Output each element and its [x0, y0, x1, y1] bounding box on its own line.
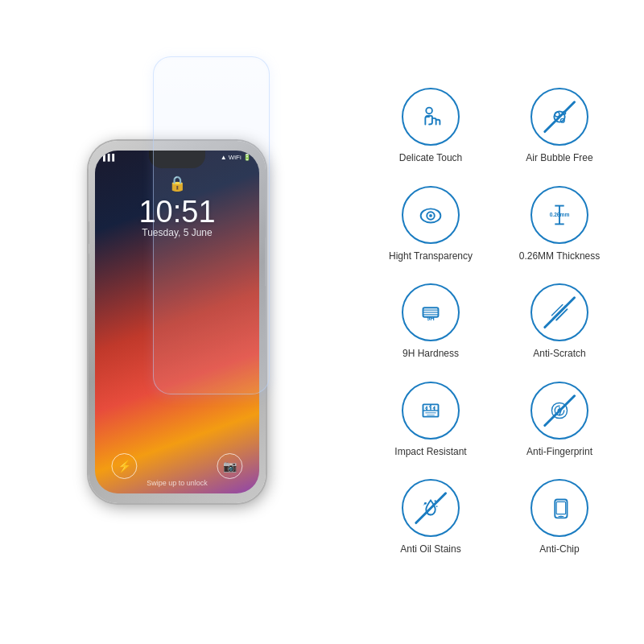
- svg-point-28: [436, 506, 438, 508]
- anti-oil-icon-wrapper: [402, 479, 460, 537]
- feature-anti-scratch: Anti-Scratch: [499, 277, 620, 367]
- anti-oil-label: Anti Oil Stains: [400, 543, 460, 556]
- delicate-touch-icon-wrapper: [402, 88, 460, 146]
- anti-chip-icon-wrapper: [530, 479, 588, 537]
- feature-air-bubble-free: Air Bubble Free: [499, 81, 620, 171]
- svg-point-0: [426, 108, 432, 114]
- feature-thickness: 0.26mm 0.26MM Thickness: [499, 180, 620, 270]
- high-transparency-label: Hight Transparency: [389, 250, 473, 263]
- thickness-svg: 0.26mm: [544, 200, 575, 230]
- delicate-touch-svg: [415, 101, 446, 132]
- thickness-label: 0.26MM Thickness: [519, 250, 600, 263]
- feature-delicate-touch: Delicate Touch: [370, 81, 491, 171]
- side-btn-left2: [89, 254, 89, 290]
- feature-high-transparency: Hight Transparency: [370, 180, 491, 270]
- features-section: Delicate Touch Air Bubble Free: [370, 16, 620, 628]
- feature-anti-chip: Anti-Chip: [499, 473, 620, 563]
- anti-chip-label: Anti-Chip: [539, 543, 579, 556]
- svg-point-3: [563, 111, 566, 114]
- svg-line-19: [552, 305, 563, 316]
- impact-resistant-label: Impact Resistant: [394, 446, 466, 459]
- anti-fingerprint-icon-wrapper: [530, 382, 588, 440]
- anti-oil-svg: [415, 493, 446, 523]
- anti-fingerprint-svg: [544, 395, 575, 426]
- feature-impact-resistant: Impact Resistant: [370, 375, 491, 465]
- svg-point-29: [435, 501, 436, 502]
- air-bubble-free-svg: [544, 101, 575, 132]
- hardness-label: 9H Hardness: [402, 348, 459, 361]
- anti-scratch-svg: [544, 297, 575, 328]
- main-container: ▌▌▌ ▲ WiFi 🔋 🔒 10:51 Tuesday, 5 June ⚡ 📷…: [0, 0, 644, 644]
- anti-fingerprint-label: Anti-Fingerprint: [526, 446, 592, 459]
- svg-point-7: [429, 214, 432, 217]
- flashlight-icon: ⚡: [111, 453, 137, 479]
- impact-resistant-svg: [415, 395, 446, 426]
- anti-scratch-icon-wrapper: [530, 283, 588, 341]
- delicate-touch-label: Delicate Touch: [399, 152, 463, 165]
- feature-hardness: 9H 9H Hardness: [370, 277, 491, 367]
- swipe-text: Swipe up to unlock: [147, 479, 208, 487]
- high-transparency-icon-wrapper: [402, 186, 460, 244]
- anti-chip-svg: [544, 493, 575, 523]
- side-btn-left3: [89, 298, 89, 334]
- side-btn-left1: [89, 221, 89, 244]
- air-bubble-free-icon-wrapper: [530, 88, 588, 146]
- impact-resistant-icon-wrapper: [402, 382, 460, 440]
- thickness-icon-wrapper: 0.26mm: [530, 186, 588, 244]
- bottom-bar: ⚡ 📷: [111, 453, 242, 479]
- features-grid: Delicate Touch Air Bubble Free: [370, 81, 620, 563]
- air-bubble-free-label: Air Bubble Free: [526, 152, 592, 165]
- anti-scratch-label: Anti-Scratch: [533, 348, 585, 361]
- phone-section: ▌▌▌ ▲ WiFi 🔋 🔒 10:51 Tuesday, 5 June ⚡ 📷…: [24, 16, 330, 628]
- svg-text:0.26mm: 0.26mm: [550, 212, 570, 217]
- high-transparency-svg: [415, 200, 446, 230]
- screen-protector: [153, 56, 270, 394]
- feature-anti-oil: Anti Oil Stains: [370, 473, 491, 563]
- svg-line-18: [556, 309, 567, 320]
- svg-rect-32: [556, 502, 565, 514]
- hardness-icon-wrapper: 9H: [402, 283, 460, 341]
- camera-icon: 📷: [217, 453, 243, 479]
- hardness-svg: 9H: [415, 297, 446, 328]
- signal-icons: ▌▌▌: [103, 154, 117, 161]
- svg-point-2: [555, 112, 559, 117]
- svg-text:9H: 9H: [427, 315, 435, 322]
- feature-anti-fingerprint: Anti-Fingerprint: [499, 375, 620, 465]
